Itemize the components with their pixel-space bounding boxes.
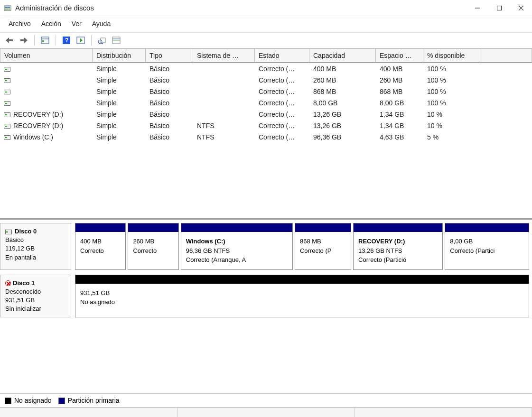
svg-rect-2 [5, 9, 10, 9]
col-type[interactable]: Tipo [146, 48, 193, 63]
minimize-button[interactable] [467, 0, 488, 16]
disk-type: Desconocido [5, 287, 66, 296]
volume-name: Windows (C:) [13, 133, 53, 141]
partition[interactable]: 8,00 GBCorrecto (Partici [445, 223, 529, 270]
volume-row[interactable]: Windows (C:)SimpleBásicoNTFSCorrecto (…9… [0, 131, 532, 143]
col-state[interactable]: Estado [255, 48, 309, 63]
volume-row[interactable]: SimpleBásicoCorrecto (…868 MB868 MB100 % [0, 86, 532, 97]
partition-stripe [445, 223, 529, 232]
svg-line-20 [102, 43, 103, 44]
partition-detail: 8,00 GB [450, 237, 524, 246]
partition[interactable]: 260 MBCorrecto [128, 223, 178, 270]
col-pct[interactable]: % disponible [423, 48, 480, 63]
volume-free: 400 MB [376, 64, 423, 74]
volume-capacity: 260 MB [309, 75, 376, 85]
volume-columns-header: Volumen Distribución Tipo Sistema de … E… [0, 48, 532, 63]
volume-type: Básico [146, 110, 193, 119]
partition-stripe [75, 223, 125, 232]
svg-rect-21 [112, 37, 120, 44]
volume-layout: Simple [93, 110, 146, 119]
volume-capacity: 400 MB [309, 64, 376, 74]
toolbar: ? [0, 33, 532, 48]
disk-status: Sin inicializar [5, 305, 66, 313]
volume-row[interactable]: RECOVERY (D:)SimpleBásicoCorrecto (…13,2… [0, 109, 532, 120]
volume-fs [193, 98, 255, 108]
help-button[interactable]: ? [60, 35, 73, 46]
svg-rect-10 [20, 39, 24, 41]
disk-map-scroll[interactable]: Disco 0Básico119,12 GBEn pantalla400 MBC… [0, 220, 532, 393]
partition-status: Correcto (Partició [358, 255, 438, 265]
volume-capacity: 96,36 GB [309, 132, 376, 142]
legend-primary: Partición primaria [58, 397, 120, 404]
partition-status: Correcto (Partici [450, 246, 524, 256]
disk-status: En pantalla [5, 253, 66, 262]
volume-row[interactable]: SimpleBásicoCorrecto (…400 MB400 MB100 % [0, 63, 532, 74]
maximize-button[interactable] [488, 0, 510, 16]
volume-rows[interactable]: SimpleBásicoCorrecto (…400 MB400 MB100 %… [0, 63, 532, 218]
volume-fs [193, 75, 255, 85]
volume-type: Básico [146, 98, 193, 108]
swatch-primary-icon [58, 398, 65, 404]
menu-action[interactable]: Acción [37, 18, 66, 29]
svg-rect-13 [42, 40, 44, 42]
disk-info[interactable]: Disco 1Desconocido931,51 GBSin inicializ… [0, 275, 71, 318]
volume-icon [4, 135, 10, 140]
volume-icon [4, 67, 10, 72]
volume-state: Correcto (… [255, 75, 309, 85]
menu-file[interactable]: Archivo [4, 18, 36, 29]
disk-row: Disco 1Desconocido931,51 GBSin inicializ… [0, 275, 529, 318]
disk-partitions: 400 MBCorrecto260 MBCorrectoWindows (C:)… [75, 223, 529, 270]
volume-type: Básico [146, 87, 193, 96]
col-filesystem[interactable]: Sistema de … [193, 48, 255, 63]
legend: No asignado Partición primaria [0, 393, 532, 408]
svg-rect-0 [4, 6, 11, 10]
partition-name: RECOVERY (D:) [358, 237, 438, 246]
list-view-button[interactable] [110, 35, 123, 46]
col-layout[interactable]: Distribución [93, 48, 146, 63]
volume-layout: Simple [93, 132, 146, 142]
volume-row[interactable]: SimpleBásicoCorrecto (…8,00 GB8,00 GB100… [0, 97, 532, 109]
volume-row[interactable]: SimpleBásicoCorrecto (…260 MB260 MB100 % [0, 74, 532, 86]
volume-type: Básico [146, 75, 193, 85]
legend-unallocated: No asignado [5, 397, 52, 404]
volume-layout: Simple [93, 98, 146, 108]
refresh-button[interactable] [74, 35, 87, 46]
partition-detail: 96,36 GB NTFS [186, 246, 288, 256]
back-button[interactable] [3, 35, 16, 46]
svg-marker-7 [6, 37, 9, 43]
menu-view[interactable]: Ver [67, 18, 86, 29]
volume-state: Correcto (… [255, 132, 309, 142]
col-volume[interactable]: Volumen [0, 48, 93, 63]
disk-size: 119,12 GB [5, 244, 66, 253]
partition[interactable]: Windows (C:)96,36 GB NTFSCorrecto (Arran… [181, 223, 293, 270]
volume-capacity: 868 MB [309, 87, 376, 96]
volume-free: 8,00 GB [376, 98, 423, 108]
volume-layout: Simple [93, 75, 146, 85]
close-button[interactable] [510, 0, 532, 16]
volume-pct: 100 % [423, 64, 480, 74]
properties-button[interactable] [38, 35, 52, 46]
partition[interactable]: 868 MBCorrecto (P [295, 223, 351, 270]
partition[interactable]: 400 MBCorrecto [75, 223, 126, 270]
disk-error-icon [5, 280, 11, 286]
volume-pct: 100 % [423, 87, 480, 96]
legend-primary-label: Partición primaria [68, 397, 120, 404]
menu-help[interactable]: Ayuda [87, 18, 115, 29]
settings-button[interactable] [95, 35, 109, 46]
partition-detail: 400 MB [80, 237, 121, 246]
col-capacity[interactable]: Capacidad [309, 48, 376, 63]
col-free[interactable]: Espacio … [376, 48, 423, 63]
volume-fs: NTFS [193, 121, 255, 130]
window-title: Administración de discos [15, 4, 467, 12]
volume-fs [193, 110, 255, 119]
volume-state: Correcto (… [255, 98, 309, 108]
partition[interactable]: 931,51 GBNo asignado [75, 275, 529, 318]
volume-fs [193, 87, 255, 96]
volume-row[interactable]: RECOVERY (D:)SimpleBásicoNTFSCorrecto (…… [0, 120, 532, 131]
partition[interactable]: RECOVERY (D:)13,26 GB NTFSCorrecto (Part… [353, 223, 443, 270]
partition-detail: 260 MB [133, 237, 173, 246]
volume-state: Correcto (… [255, 121, 309, 130]
disk-info[interactable]: Disco 0Básico119,12 GBEn pantalla [0, 223, 71, 270]
forward-button[interactable] [17, 35, 30, 46]
legend-unallocated-label: No asignado [14, 397, 52, 404]
